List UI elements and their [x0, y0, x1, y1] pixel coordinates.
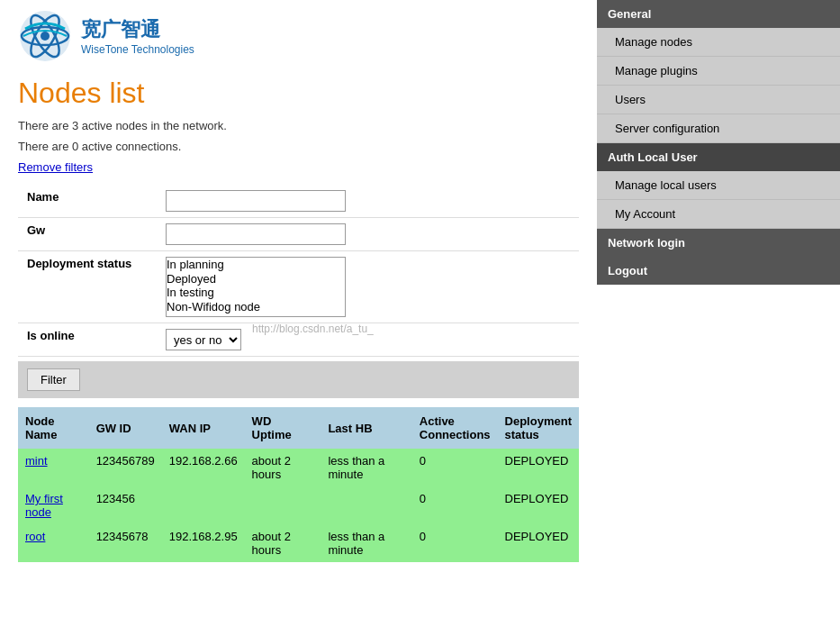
isonline-label: Is online — [18, 323, 162, 357]
table-row: My first node1234560DEPLOYED — [18, 486, 579, 524]
name-input-cell — [162, 185, 579, 218]
col-active-conn: ActiveConnections — [412, 407, 498, 449]
gw-filter-row: Gw — [18, 218, 579, 251]
sidebar-item-manage-plugins[interactable]: Manage plugins — [597, 57, 840, 86]
gw-input[interactable] — [166, 223, 346, 245]
svg-point-4 — [41, 32, 50, 41]
isonline-select[interactable]: yes or noyesno — [166, 329, 241, 350]
cell-deployment-status: DEPLOYED — [498, 524, 579, 562]
cell-last-hb: less than a minute — [321, 524, 411, 562]
deployment-label: Deployment status — [18, 251, 162, 323]
table-row: mint123456789192.168.2.66about 2 hoursle… — [18, 449, 579, 486]
sidebar-logout[interactable]: Logout — [597, 257, 840, 285]
col-gw-id: GW ID — [89, 407, 162, 449]
col-last-hb: Last HB — [321, 407, 411, 449]
name-label: Name — [18, 185, 162, 218]
cell-wd-uptime: about 2 hours — [245, 449, 321, 486]
deployment-listbox: In planningDeployedIn testingNon-Wifidog… — [166, 257, 346, 317]
logo-area: 宽广智通 WiseTone Technologies — [18, 9, 579, 63]
logo-icon — [18, 9, 72, 63]
node-name-link[interactable]: root — [25, 530, 45, 543]
col-deployment-status: Deploymentstatus — [498, 407, 579, 449]
sidebar-network-login[interactable]: Network login — [597, 229, 840, 257]
sidebar-item-manage-local-users[interactable]: Manage local users — [597, 171, 840, 200]
cell-gw-id: 12345678 — [89, 524, 162, 562]
table-header: NodeName GW ID WAN IP WDUptime Last HB A… — [18, 407, 579, 449]
sidebar-item-server-config[interactable]: Server configuration — [597, 114, 840, 143]
name-input[interactable] — [166, 190, 346, 212]
cell-active-connections: 0 — [412, 486, 498, 524]
cell-node-name: mint — [18, 449, 89, 486]
sidebar-general-header: General — [597, 0, 840, 28]
col-wan-ip: WAN IP — [162, 407, 245, 449]
filter-form: Name Gw Deployment status In planningDep… — [18, 185, 579, 357]
deployment-filter-row: Deployment status In planningDeployedIn … — [18, 251, 579, 323]
filter-btn-row: Filter — [18, 361, 579, 398]
cell-deployment-status: DEPLOYED — [498, 486, 579, 524]
isonline-select-cell: yes or noyesno — [162, 323, 579, 357]
col-wd-uptime: WDUptime — [245, 407, 321, 449]
remove-filters-link[interactable]: Remove filters — [18, 160, 579, 174]
cell-gw-id: 123456789 — [89, 449, 162, 486]
cell-last-hb — [321, 486, 411, 524]
node-name-link[interactable]: mint — [25, 454, 48, 468]
table-header-row: NodeName GW ID WAN IP WDUptime Last HB A… — [18, 407, 579, 449]
deployment-select[interactable]: In planningDeployedIn testingNon-Wifidog… — [167, 258, 345, 316]
cell-gw-id: 123456 — [89, 486, 162, 524]
sidebar: General Manage nodes Manage plugins User… — [597, 0, 840, 627]
cell-wd-uptime: about 2 hours — [245, 524, 321, 562]
filter-button[interactable]: Filter — [27, 368, 80, 391]
cell-wan-ip: 192.168.2.95 — [162, 524, 245, 562]
table-row: root12345678192.168.2.95about 2 hoursles… — [18, 524, 579, 562]
cell-wan-ip — [162, 486, 245, 524]
cell-wd-uptime — [245, 486, 321, 524]
cell-deployment-status: DEPLOYED — [498, 449, 579, 486]
gw-input-cell — [162, 218, 579, 251]
cell-active-connections: 0 — [412, 524, 498, 562]
nodes-table: NodeName GW ID WAN IP WDUptime Last HB A… — [18, 407, 579, 562]
page-title: Nodes list — [18, 77, 579, 110]
table-body: mint123456789192.168.2.66about 2 hoursle… — [18, 449, 579, 562]
logo-chinese: 宽广智通 — [81, 16, 194, 43]
sidebar-item-manage-nodes[interactable]: Manage nodes — [597, 28, 840, 57]
cell-active-connections: 0 — [412, 449, 498, 486]
sidebar-item-my-account[interactable]: My Account — [597, 200, 840, 229]
node-name-link[interactable]: My first node — [25, 492, 63, 519]
cell-node-name: My first node — [18, 486, 89, 524]
logo-subtext: WiseTone Technologies — [81, 43, 194, 56]
logo-text-area: 宽广智通 WiseTone Technologies — [81, 16, 194, 56]
gw-label: Gw — [18, 218, 162, 251]
cell-wan-ip: 192.168.2.66 — [162, 449, 245, 486]
cell-last-hb: less than a minute — [321, 449, 411, 486]
cell-node-name: root — [18, 524, 89, 562]
sidebar-item-users[interactable]: Users — [597, 86, 840, 114]
info-active-nodes: There are 3 active nodes in the network. — [18, 119, 579, 132]
info-active-connections: There are 0 active connections. — [18, 140, 579, 153]
isonline-filter-row: Is online yes or noyesno — [18, 323, 579, 357]
sidebar-auth-local-user-header: Auth Local User — [597, 143, 840, 171]
col-node-name: NodeName — [18, 407, 89, 449]
deployment-select-cell: In planningDeployedIn testingNon-Wifidog… — [162, 251, 579, 323]
name-filter-row: Name — [18, 185, 579, 218]
